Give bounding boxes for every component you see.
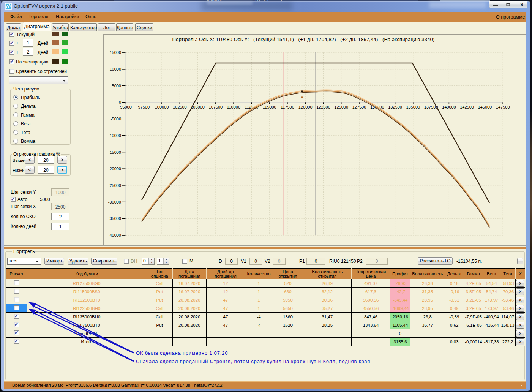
svg-text:10000: 10000 — [109, 67, 121, 71]
svg-text:-40000: -40000 — [108, 233, 121, 237]
svg-text:102500: 102500 — [173, 105, 187, 109]
svg-text:127500: 127500 — [352, 105, 366, 109]
svg-text:145000: 145000 — [478, 105, 492, 109]
svg-text:107500: 107500 — [209, 105, 223, 109]
svg-text:115000: 115000 — [263, 105, 276, 109]
svg-text:-25000: -25000 — [108, 183, 121, 188]
svg-text:117500: 117500 — [281, 105, 294, 109]
svg-text:122500: 122500 — [316, 105, 330, 109]
svg-text:-30000: -30000 — [108, 200, 121, 204]
svg-text:5000: 5000 — [112, 84, 121, 88]
svg-text:95000: 95000 — [120, 105, 132, 109]
svg-text:120000: 120000 — [298, 105, 313, 109]
svg-text:15000: 15000 — [109, 50, 121, 55]
svg-text:100000: 100000 — [155, 105, 169, 109]
svg-text:140000: 140000 — [442, 105, 456, 109]
svg-text:-20000: -20000 — [108, 166, 121, 171]
svg-text:-5000: -5000 — [111, 117, 121, 121]
svg-text:Портфель: Ось X: 119480 Ось: Портфель: Ось X: 119480 Ось Y: (Текущий … — [172, 36, 434, 42]
svg-text:125000: 125000 — [334, 105, 348, 109]
svg-text:0: 0 — [119, 100, 121, 104]
svg-text:97500: 97500 — [138, 105, 150, 109]
svg-text:-10000: -10000 — [108, 133, 121, 138]
svg-text:135000: 135000 — [406, 105, 420, 109]
svg-text:147500: 147500 — [496, 105, 510, 109]
svg-text:-35000: -35000 — [108, 216, 121, 221]
svg-text:142500: 142500 — [460, 105, 474, 109]
svg-text:-15000: -15000 — [108, 150, 121, 155]
svg-text:132500: 132500 — [388, 105, 402, 109]
svg-text:110000: 110000 — [227, 105, 240, 109]
